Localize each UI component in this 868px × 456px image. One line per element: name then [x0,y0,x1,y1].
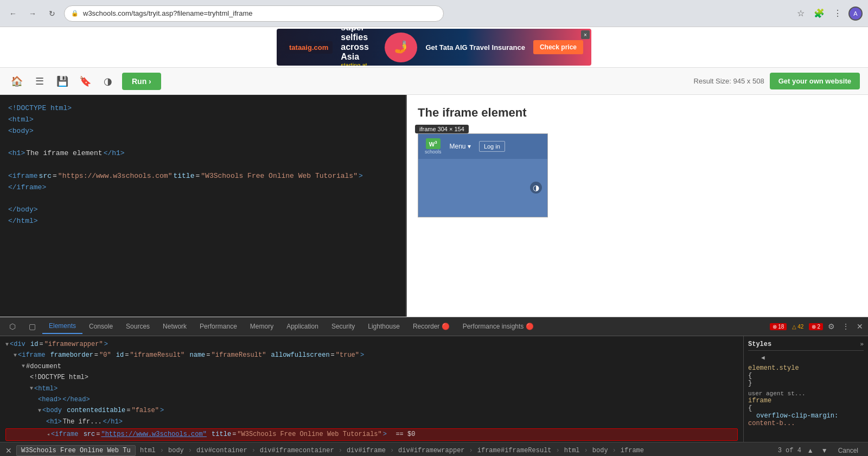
iframe-inner: W3 schools Menu ▾ Log in ◑ [418,134,547,217]
tab-elements[interactable]: Elements [42,319,82,334]
tab-application[interactable]: Application [280,319,325,333]
tab-network[interactable]: Network [156,319,193,333]
run-button[interactable]: Run › [122,73,161,90]
ad-banner: tataaig.com Take super selfies across As… [0,27,868,68]
iframe-menu-button[interactable]: Menu ▾ [450,143,471,150]
devtools-close-button[interactable]: ✕ [854,321,865,332]
error-count: 18 [778,324,784,330]
ad-brand-title: Get Tata AIG Travel Insurance [425,43,525,52]
w3-schools-text: schools [425,149,442,155]
tab-performance[interactable]: Performance [193,319,244,333]
tab-recorder[interactable]: Recorder 🔴 [406,319,456,333]
devtools-more-button[interactable]: ⋮ [840,321,852,332]
breadcrumb-div-container[interactable]: div#container [196,447,247,454]
ext-error-badge: ⊗ 2 [809,323,823,330]
error-badge: ⊗ 18 [770,323,787,330]
menu-button[interactable]: ⋮ [830,6,845,21]
cancel-button[interactable]: Cancel [834,446,863,455]
tab-security[interactable]: Security [325,319,361,333]
code-editor[interactable]: <!DOCTYPE html> <html> <body> <h1>The if… [0,95,407,317]
dom-tree[interactable]: ▼ <div id="iframewrapper" > ▼ <iframe fr… [0,336,743,442]
dom-line: ▼ <body contenteditable="false" > [5,405,738,416]
ad-inner: tataaig.com Take super selfies across As… [277,29,591,66]
code-line: <iframe src="https://www.w3schools.com" … [8,171,398,182]
breadcrumb-div-iframewrapper[interactable]: div#iframewrapper [398,447,464,454]
ad-close-button[interactable]: × [581,30,590,39]
styles-title: Styles [748,341,771,348]
clear-search-button[interactable]: ✕ [5,446,12,455]
lock-icon: 🔒 [71,10,79,17]
iframe-body: ◑ [418,159,547,217]
dom-line: ▼ <iframe frameborder="0" id="iframeResu… [5,350,738,361]
w3-logo: W3 [426,138,441,149]
reload-button[interactable]: ↻ [44,6,60,21]
contrast-button[interactable]: ◑ [99,73,117,90]
rule2-brace-open: { [748,404,864,412]
tab-console[interactable]: Console [82,319,119,333]
tab-memory[interactable]: Memory [244,319,280,333]
style-selector: element.style [748,364,864,372]
find-up-button[interactable]: ▲ [806,447,815,454]
save-button[interactable]: 💾 [54,73,71,90]
breadcrumb-iframe[interactable]: iframe [621,447,644,454]
styles-panel: Styles » ◀ element.style { } user agent … [743,336,868,442]
status-right: 3 of 4 ▲ ▼ Cancel [778,446,863,455]
bookmark-button[interactable]: ☆ [793,6,808,21]
breadcrumb-body[interactable]: body [168,447,184,454]
search-input-bottom[interactable] [16,445,136,456]
extension-button[interactable]: 🧩 [812,6,827,21]
ad-sub-text: starting at ₹334* for 4 days [341,62,376,66]
code-line: </html> [8,216,398,227]
ad-cta-button[interactable]: Check price [533,40,583,54]
devtools-panel: ⬡ ▢ Elements Console Sources Network Per… [0,317,868,442]
code-line: <body> [8,126,398,137]
tab-lighthouse[interactable]: Lighthouse [361,319,406,333]
code-line: <!DOCTYPE html> [8,103,398,114]
style-overflow-prop: overflow-clip-margin: content-b... [748,412,864,427]
toolbar: 🏠 ☰ 💾 🔖 ◑ Run › Result Size: 945 x 508 G… [0,68,868,95]
bookmark-edit-button[interactable]: 🔖 [76,73,94,90]
styles-expand[interactable]: » [860,341,864,348]
breadcrumb-div-iframecontainer[interactable]: div#iframecontainer [260,447,334,454]
back-button[interactable]: ← [5,6,21,21]
result-size: Result Size: 945 x 508 [694,77,764,85]
user-agent-label: user agent st... [748,390,864,397]
dom-line: ▼ <div id="iframewrapper" > [5,339,738,350]
iframe-selector: iframe [748,397,864,404]
ad-main-text: Take super selfies across Asia [341,29,376,62]
breadcrumb-body-inner[interactable]: body [592,447,608,454]
profile-avatar[interactable]: A [848,7,863,21]
warning-badge: △ 42 [789,323,806,330]
breadcrumb-html-inner[interactable]: html [564,447,580,454]
devtools-settings-button[interactable]: ⚙ [826,321,837,332]
iframe-size-indicator: iframe 304 × 154 [415,125,469,133]
dom-highlighted-line[interactable]: ◂ <iframe src="https://www.w3schools.com… [5,428,738,440]
code-line [8,193,398,204]
chrome-actions: ☆ 🧩 ⋮ A [793,6,863,21]
home-button[interactable]: 🏠 [8,73,25,90]
code-line: </iframe> [8,182,398,194]
tab-elements-inspect[interactable]: ▢ [22,319,42,334]
style-rule-agent: user agent st... iframe { overflow-clip-… [748,390,864,427]
status-bar: ✕ html › body › div#container › div#ifra… [0,442,868,456]
devtools-right-controls: ⊗ 18 △ 42 ⊗ 2 ⚙ ⋮ ✕ [770,321,865,332]
breadcrumb-iframe-result[interactable]: iframe#iframeResult [477,447,552,454]
tab-selector[interactable]: ⬡ [3,319,22,334]
url-text: w3schools.com/tags/tryit.asp?filename=tr… [83,9,252,17]
warning-count: 42 [797,324,803,330]
forward-button[interactable]: → [25,6,40,21]
tab-sources[interactable]: Sources [119,319,156,333]
ad-logo: tataaig.com [285,41,333,54]
tab-performance-insights[interactable]: Performance insights 🔴 [456,319,540,333]
code-line: <html> [8,114,398,126]
menu-toggle-button[interactable]: ☰ [31,73,48,90]
address-bar[interactable]: 🔒 w3schools.com/tags/tryit.asp?filename=… [64,5,444,22]
dom-line: ▼ <html> [5,383,738,394]
breadcrumb-html[interactable]: html [140,447,156,454]
dom-line: ▼ #document [5,361,738,372]
breadcrumb-div-iframe[interactable]: div#iframe [347,447,386,454]
find-down-button[interactable]: ▼ [820,447,829,454]
get-website-button[interactable]: Get your own website [770,73,860,89]
iframe-preview: W3 schools Menu ▾ Log in ◑ [418,133,548,217]
iframe-login-button[interactable]: Log in [479,141,505,152]
